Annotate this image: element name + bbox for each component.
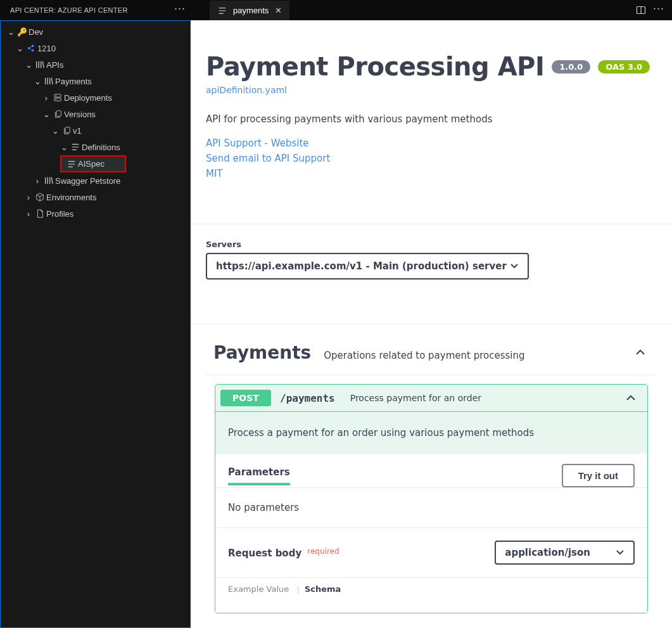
definition-file-link[interactable]: apiDefinition.yaml xyxy=(206,85,287,95)
sidebar-tree: ⌄ 🔑 Dev ⌄ 1210 ⌄ APIs ⌄ Payment xyxy=(0,20,191,628)
svg-rect-11 xyxy=(56,111,61,117)
parameters-tab[interactable]: Parameters xyxy=(228,466,290,485)
tree-item-v1[interactable]: ⌄ v1 xyxy=(1,122,190,139)
tree-item-apis[interactable]: ⌄ APIs xyxy=(1,56,190,73)
library-icon xyxy=(42,77,55,86)
tree-label: Versions xyxy=(64,110,96,119)
tree-label: Profiles xyxy=(46,209,73,219)
tag-description: Operations related to payment processing xyxy=(324,350,524,361)
tree-item-environments[interactable]: › Environments xyxy=(1,189,190,205)
tree-label: Swagger Petstore xyxy=(55,176,120,186)
support-website-link[interactable]: API Support - Website xyxy=(206,138,657,149)
tab-payments[interactable]: payments ✕ xyxy=(210,0,289,20)
license-link[interactable]: MIT xyxy=(206,168,657,179)
split-editor-icon[interactable] xyxy=(635,4,647,16)
tree-label: Payments xyxy=(55,77,92,86)
tree-label: Definitions xyxy=(82,143,120,152)
spec-badge: OAS 3.0 xyxy=(598,60,650,74)
svg-rect-12 xyxy=(65,127,70,133)
tree-label: APIs xyxy=(46,60,63,70)
tree-label: Dev xyxy=(29,27,43,37)
api-doc-panel: Payment Processing API 1.0.0 OAS 3.0 api… xyxy=(191,20,672,628)
tree-label: AISpec xyxy=(78,159,105,169)
request-body-label: Request body xyxy=(228,548,301,559)
sidebar-header: API CENTER: AZURE API CENTER ··· xyxy=(0,0,191,20)
tag-payments[interactable]: Payments Operations related to payment p… xyxy=(206,331,657,375)
svg-point-10 xyxy=(56,99,56,99)
file-icon xyxy=(34,209,46,218)
api-description: API for processing payments with various… xyxy=(206,113,657,125)
editor-more-icon[interactable]: ··· xyxy=(653,4,664,16)
svg-line-6 xyxy=(29,48,33,51)
operation-path: /payments xyxy=(280,392,335,404)
chevron-right-icon: › xyxy=(23,193,34,202)
tree-item-definitions[interactable]: ⌄ Definitions xyxy=(1,139,190,155)
library-icon xyxy=(42,176,55,185)
tree-label: 1210 xyxy=(37,44,56,53)
chevron-down-icon: ⌄ xyxy=(59,143,69,152)
server-icon xyxy=(51,93,64,102)
server-selected-value: https://api.example.com/v1 - Main (produ… xyxy=(216,260,507,272)
svg-rect-8 xyxy=(54,98,61,101)
tag-name: Payments xyxy=(213,342,311,363)
tree-item-payments[interactable]: ⌄ Payments xyxy=(1,73,190,89)
library-icon xyxy=(34,60,46,69)
try-it-out-button[interactable]: Try it out xyxy=(562,464,635,487)
operation-description: Process a payment for an order using var… xyxy=(215,412,647,454)
tree-item-center[interactable]: ⌄ 1210 xyxy=(1,40,190,56)
required-badge: required xyxy=(307,547,339,556)
sidebar-more-icon[interactable]: ··· xyxy=(174,4,186,16)
tab-label: payments xyxy=(233,6,269,15)
tree-item-aispec[interactable]: AISpec xyxy=(60,155,126,172)
tree-label: v1 xyxy=(73,126,82,136)
molecule-icon xyxy=(25,44,37,53)
key-icon: 🔑 xyxy=(16,27,29,37)
chevron-down-icon: ⌄ xyxy=(6,27,16,37)
chevron-down-icon: ⌄ xyxy=(23,60,34,70)
tree-label: Environments xyxy=(46,193,96,202)
svg-rect-7 xyxy=(54,94,61,97)
tree-label: Deployments xyxy=(64,93,112,103)
chevron-down-icon xyxy=(616,548,624,557)
chevron-right-icon: › xyxy=(23,209,34,219)
tab-close-icon[interactable]: ✕ xyxy=(273,6,283,15)
support-email-link[interactable]: Send email to API Support xyxy=(206,153,657,164)
list-icon xyxy=(69,143,82,151)
example-value-tab[interactable]: Example Value xyxy=(228,584,289,594)
chevron-up-icon xyxy=(624,392,637,404)
chevron-down-icon: ⌄ xyxy=(32,77,42,86)
tree-item-deployments[interactable]: › Deployments xyxy=(1,89,190,106)
file-icon xyxy=(216,6,229,15)
svg-point-9 xyxy=(56,95,56,96)
chevron-up-icon xyxy=(634,346,647,359)
chevron-down-icon: ⌄ xyxy=(15,44,25,53)
chevron-down-icon: ⌄ xyxy=(41,110,51,119)
chevron-down-icon: ⌄ xyxy=(50,126,60,136)
chevron-down-icon xyxy=(510,262,519,271)
http-method-badge: POST xyxy=(220,390,271,406)
server-select[interactable]: https://api.example.com/v1 - Main (produ… xyxy=(206,253,529,279)
svg-line-5 xyxy=(29,46,33,49)
api-title: Payment Processing API xyxy=(206,52,544,81)
package-icon xyxy=(34,193,46,202)
chevron-right-icon: › xyxy=(41,93,51,103)
tree-item-dev[interactable]: ⌄ 🔑 Dev xyxy=(1,23,190,40)
tree-item-swagger[interactable]: › Swagger Petstore xyxy=(1,172,190,189)
chevron-right-icon: › xyxy=(32,176,42,186)
sidebar-title: API CENTER: AZURE API CENTER xyxy=(10,6,128,14)
tab-bar: payments ✕ ··· xyxy=(191,0,672,20)
version-badge: 1.0.0 xyxy=(552,60,590,74)
versions-icon xyxy=(60,126,73,135)
operation-post-payments: POST /payments Process payment for an or… xyxy=(215,384,648,613)
no-parameters-text: No parameters xyxy=(215,487,647,527)
versions-icon xyxy=(51,110,64,119)
tree-item-profiles[interactable]: › Profiles xyxy=(1,205,190,222)
operation-header[interactable]: POST /payments Process payment for an or… xyxy=(215,385,647,412)
content-type-value: application/json xyxy=(505,547,590,558)
content-type-select[interactable]: application/json xyxy=(495,541,635,565)
servers-label: Servers xyxy=(206,240,657,249)
schema-tab[interactable]: Schema xyxy=(305,584,341,594)
operation-summary: Process payment for an order xyxy=(350,393,481,403)
list-icon xyxy=(65,160,78,169)
tree-item-versions[interactable]: ⌄ Versions xyxy=(1,106,190,122)
